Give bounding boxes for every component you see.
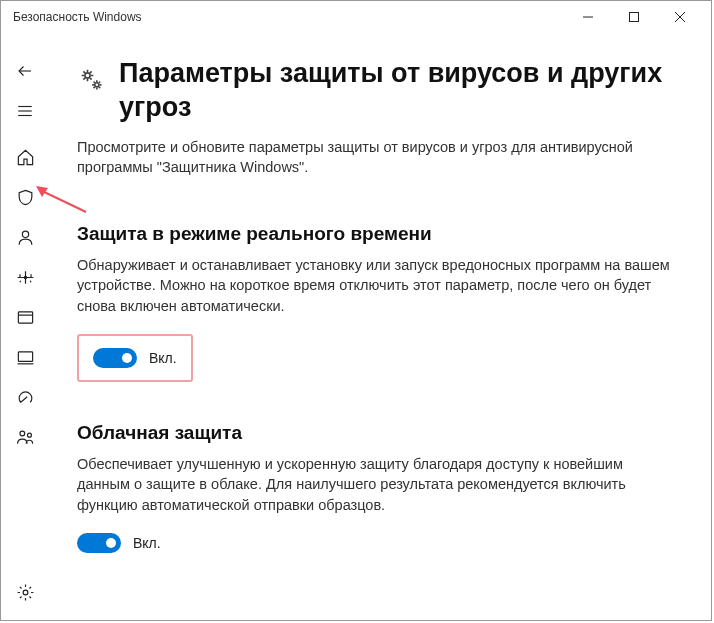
nav-account-protection[interactable] xyxy=(1,217,49,257)
realtime-protection-toggle[interactable] xyxy=(93,348,137,368)
content-area: Параметры защиты от вирусов и других угр… xyxy=(49,33,711,620)
nav-app-browser-control[interactable] xyxy=(1,297,49,337)
section-cloud-title: Облачная защита xyxy=(77,422,677,444)
svg-rect-10 xyxy=(18,311,32,322)
cloud-toggle-row: Вкл. xyxy=(77,533,677,553)
page-title: Параметры защиты от вирусов и других угр… xyxy=(119,57,677,125)
back-button[interactable] xyxy=(1,51,49,91)
section-cloud-desc: Обеспечивает улучшенную и ускоренную защ… xyxy=(77,454,677,515)
toggle-knob xyxy=(106,538,116,548)
nav-virus-protection[interactable] xyxy=(1,177,49,217)
svg-rect-1 xyxy=(630,13,639,22)
window-title: Безопасность Windows xyxy=(13,10,565,24)
cloud-protection-toggle[interactable] xyxy=(77,533,121,553)
svg-rect-12 xyxy=(18,351,32,361)
section-cloud-protection: Облачная защита Обеспечивает улучшенную … xyxy=(77,422,677,553)
svg-point-18 xyxy=(95,83,99,87)
page-intro: Просмотрите и обновите параметры защиты … xyxy=(77,137,677,178)
page-header: Параметры защиты от вирусов и других угр… xyxy=(77,57,677,125)
svg-point-8 xyxy=(22,231,28,237)
svg-point-17 xyxy=(85,73,90,78)
section-realtime-desc: Обнаруживает и останавливает установку и… xyxy=(77,255,677,316)
nav-settings[interactable] xyxy=(1,572,49,612)
nav-home[interactable] xyxy=(1,137,49,177)
window-controls xyxy=(565,2,703,32)
toggle-knob xyxy=(122,353,132,363)
nav-device-security[interactable] xyxy=(1,337,49,377)
section-realtime-protection: Защита в режиме реального времени Обнару… xyxy=(77,223,677,382)
svg-point-14 xyxy=(19,431,24,436)
maximize-button[interactable] xyxy=(611,2,657,32)
nav-family-options[interactable] xyxy=(1,417,49,457)
sidebar xyxy=(1,33,49,620)
app-window: Безопасность Windows xyxy=(0,0,712,621)
realtime-toggle-label: Вкл. xyxy=(149,350,177,366)
window-body: Параметры защиты от вирусов и других угр… xyxy=(1,33,711,620)
svg-point-15 xyxy=(27,433,31,437)
section-realtime-title: Защита в режиме реального времени xyxy=(77,223,677,245)
svg-point-16 xyxy=(23,590,28,595)
menu-button[interactable] xyxy=(1,91,49,131)
nav-device-performance[interactable] xyxy=(1,377,49,417)
settings-gears-icon xyxy=(77,65,105,93)
cloud-toggle-label: Вкл. xyxy=(133,535,161,551)
titlebar: Безопасность Windows xyxy=(1,1,711,33)
realtime-toggle-highlight: Вкл. xyxy=(77,334,193,382)
minimize-button[interactable] xyxy=(565,2,611,32)
close-button[interactable] xyxy=(657,2,703,32)
nav-firewall[interactable] xyxy=(1,257,49,297)
